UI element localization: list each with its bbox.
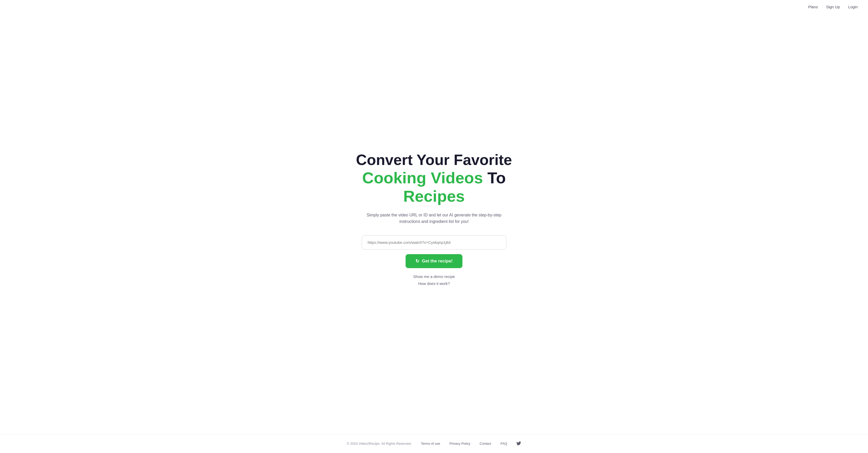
footer: © 2024 Video2Recipe. All Rights Reserved… — [0, 434, 868, 453]
hero-recipes-text: Recipes — [403, 187, 465, 205]
url-input[interactable] — [362, 235, 506, 250]
get-recipe-button-label: Get the recipe! — [422, 259, 453, 264]
footer-contact-link[interactable]: Contact — [480, 442, 491, 446]
footer-privacy-link[interactable]: Privacy Policy — [450, 442, 470, 446]
url-input-container — [362, 235, 506, 250]
refresh-icon: ↻ — [415, 258, 419, 264]
footer-copyright: © 2024 Video2Recipe. All Rights Reserved… — [347, 442, 412, 446]
hero-subtitle: Simply paste the video URL or ID and let… — [359, 212, 509, 225]
nav-login-link[interactable]: Login — [848, 5, 858, 9]
footer-faq-link[interactable]: FAQ — [500, 442, 507, 446]
hero-cooking-text: Cooking Videos — [362, 169, 483, 187]
how-it-works-link[interactable]: How does it work? — [418, 281, 450, 286]
hero-title: Convert Your Favorite Cooking Videos To … — [344, 151, 524, 205]
footer-terms-link[interactable]: Terms of use — [421, 442, 440, 446]
main-content: Convert Your Favorite Cooking Videos To … — [0, 14, 868, 434]
demo-recipe-link[interactable]: Show me a demo recipe — [413, 274, 455, 279]
hero-title-line1: Convert Your Favorite — [356, 151, 512, 168]
hero-to-text: To — [488, 169, 506, 187]
hero-title-line2: Cooking Videos To Recipes — [344, 169, 524, 205]
header: Plans Sign Up Login — [0, 0, 868, 14]
nav-plans-link[interactable]: Plans — [808, 5, 818, 9]
twitter-link[interactable] — [517, 441, 521, 446]
get-recipe-button[interactable]: ↻ Get the recipe! — [406, 254, 462, 268]
nav-signup-link[interactable]: Sign Up — [826, 5, 840, 9]
twitter-icon — [517, 441, 521, 446]
